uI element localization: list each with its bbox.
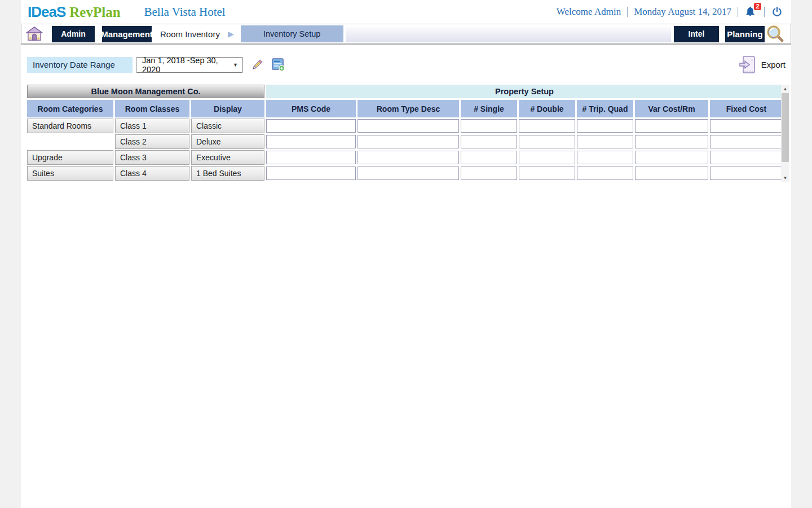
- chevron-right-icon: ▶: [228, 30, 234, 38]
- nav-admin-button[interactable]: Admin: [52, 26, 95, 42]
- group-header-management-co: Blue Moon Management Co.: [27, 85, 264, 98]
- room-class-cell: Class 1: [115, 119, 189, 133]
- fixed-cost-input[interactable]: [710, 119, 783, 133]
- num-double-input[interactable]: [519, 151, 575, 164]
- column-header-row: Room Categories Room Classes Display PMS…: [27, 100, 789, 117]
- header-separator: [764, 7, 765, 17]
- room-category-cell: [27, 134, 113, 149]
- num-trip-quad-input[interactable]: [577, 119, 633, 133]
- table-scrollbar[interactable]: ▲ ▼: [781, 85, 789, 182]
- add-note-button[interactable]: [271, 58, 285, 72]
- nav-intel-button[interactable]: Intel: [674, 26, 719, 42]
- num-single-input[interactable]: [461, 167, 517, 180]
- col-header-fixed-cost: Fixed Cost: [710, 100, 783, 117]
- room-type-desc-input[interactable]: [358, 167, 459, 180]
- num-double-input[interactable]: [519, 167, 575, 180]
- table-row: Upgrade Class 3 Executive: [27, 150, 789, 165]
- display-cell: Classic: [191, 119, 264, 133]
- num-double-input[interactable]: [519, 135, 575, 148]
- top-header: IDeaS RevPlan Bella Vista Hotel Welcome …: [21, 0, 791, 24]
- date-range-dropdown[interactable]: Jan 1, 2018 -Sep 30, 2020 ▼: [136, 57, 243, 73]
- home-button[interactable]: [25, 26, 44, 42]
- intel-label: Intel: [689, 29, 705, 38]
- table-row: Suites Class 4 1 Bed Suites: [27, 166, 789, 181]
- inventory-setup-grid: Blue Moon Management Co. Property Setup …: [27, 85, 789, 181]
- col-header-num-double: # Double: [519, 100, 575, 117]
- inventory-setup-label: Inventory Setup: [263, 29, 321, 38]
- nav-planning-button[interactable]: Planning: [725, 26, 765, 42]
- display-cell: Deluxe: [191, 134, 264, 149]
- logout-power-button[interactable]: [771, 6, 783, 18]
- management-label: Management: [101, 29, 153, 39]
- edit-date-range-button[interactable]: [250, 58, 264, 72]
- magnifier-icon: [766, 25, 784, 43]
- num-single-input[interactable]: [461, 135, 517, 148]
- var-cost-rm-input[interactable]: [635, 167, 708, 180]
- admin-label: Admin: [61, 29, 86, 38]
- room-type-desc-input[interactable]: [358, 135, 459, 148]
- var-cost-rm-input[interactable]: [635, 151, 708, 164]
- pms-code-input[interactable]: [266, 135, 356, 148]
- num-trip-quad-input[interactable]: [577, 167, 633, 180]
- logo-ideas: IDeaS: [28, 3, 65, 21]
- num-single-input[interactable]: [461, 119, 517, 133]
- scroll-thumb[interactable]: [782, 93, 789, 162]
- var-cost-rm-input[interactable]: [635, 135, 708, 148]
- current-date: Monday August 14, 2017: [634, 6, 731, 17]
- pencil-icon: [250, 58, 264, 72]
- search-button[interactable]: [765, 24, 786, 43]
- nav-bar: Admin Management Room Inventory ▶ Invent…: [21, 24, 791, 45]
- fixed-cost-input[interactable]: [710, 135, 783, 148]
- group-header-row: Blue Moon Management Co. Property Setup: [27, 85, 789, 98]
- col-header-room-categories: Room Categories: [27, 100, 113, 117]
- num-trip-quad-input[interactable]: [577, 135, 633, 148]
- var-cost-rm-input[interactable]: [635, 119, 708, 133]
- notification-badge: 2: [754, 3, 761, 10]
- planning-label: Planning: [727, 29, 762, 39]
- power-icon: [771, 6, 783, 17]
- room-category-cell: Standard Rooms: [27, 119, 113, 133]
- date-range-value: Jan 1, 2018 -Sep 30, 2020: [142, 56, 233, 74]
- display-cell: Executive: [191, 150, 264, 165]
- note-add-icon: [271, 58, 285, 72]
- num-single-input[interactable]: [461, 151, 517, 164]
- inventory-date-range-label: Inventory Date Range: [27, 57, 133, 73]
- col-header-num-single: # Single: [461, 100, 517, 117]
- export-button[interactable]: Export: [739, 55, 785, 75]
- breadcrumb-room-inventory: Room Inventory: [160, 29, 220, 39]
- col-header-pms-code: PMS Code: [266, 100, 356, 117]
- num-trip-quad-input[interactable]: [577, 151, 633, 164]
- room-type-desc-input[interactable]: [358, 151, 459, 164]
- pms-code-input[interactable]: [266, 151, 356, 164]
- header-right-cluster: Welcome Admin Monday August 14, 2017 2: [557, 6, 783, 18]
- notifications-button[interactable]: 2: [744, 6, 758, 18]
- group-header-property-setup: Property Setup: [266, 85, 783, 98]
- room-class-cell: Class 2: [115, 134, 189, 149]
- col-header-var-cost-rm: Var Cost/Rm: [635, 100, 708, 117]
- nav-management-button[interactable]: Management: [102, 26, 152, 42]
- toolbar: Inventory Date Range Jan 1, 2018 -Sep 30…: [27, 56, 785, 73]
- scroll-down-button[interactable]: ▼: [781, 174, 789, 182]
- room-class-cell: Class 3: [115, 150, 189, 165]
- tab-inventory-setup[interactable]: Inventory Setup: [241, 25, 343, 42]
- col-header-room-type-desc: Room Type Desc: [358, 100, 459, 117]
- num-double-input[interactable]: [519, 119, 575, 133]
- home-icon: [26, 27, 43, 41]
- welcome-text[interactable]: Welcome Admin: [557, 6, 621, 17]
- table-row: Standard Rooms Class 1 Classic: [27, 119, 789, 133]
- room-type-desc-input[interactable]: [358, 119, 459, 133]
- logo-revplan: RevPlan: [69, 5, 120, 20]
- fixed-cost-input[interactable]: [710, 151, 783, 164]
- export-label: Export: [761, 60, 785, 69]
- header-separator: [627, 7, 628, 17]
- room-category-cell: Suites: [27, 166, 113, 181]
- scroll-up-button[interactable]: ▲: [781, 85, 789, 93]
- col-header-room-classes: Room Classes: [115, 100, 189, 117]
- fixed-cost-input[interactable]: [710, 167, 783, 180]
- export-icon: [739, 55, 756, 75]
- app-logo: IDeaS RevPlan: [28, 3, 121, 21]
- pms-code-input[interactable]: [266, 119, 356, 133]
- chevron-down-icon: ▼: [233, 62, 238, 68]
- pms-code-input[interactable]: [266, 167, 356, 180]
- room-category-cell: Upgrade: [27, 150, 113, 165]
